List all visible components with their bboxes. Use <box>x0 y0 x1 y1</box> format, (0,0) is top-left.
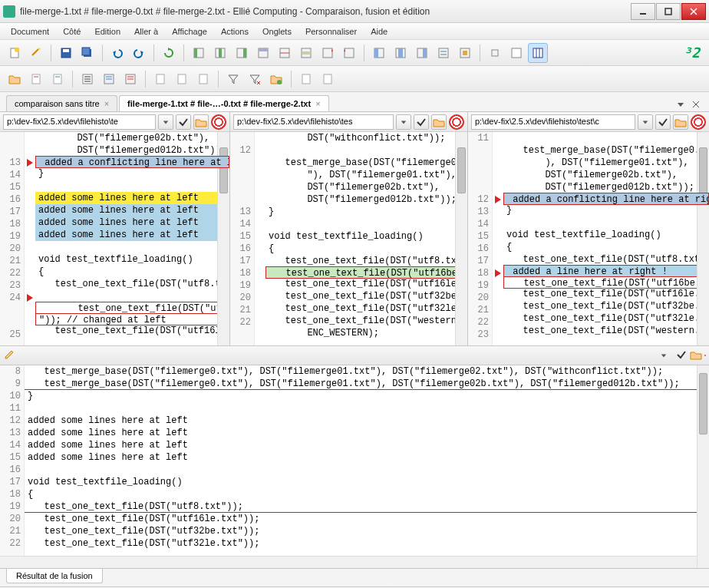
col-g-button[interactable] <box>318 43 338 63</box>
svg-rect-27 <box>323 48 332 58</box>
toolbar-main: ³2 <box>0 40 709 66</box>
pane-path-input[interactable]: p:\dev-fix\2.5.x\dev\filehisto\tes <box>233 114 394 130</box>
doc-tab-0[interactable]: comparaison sans titre× <box>6 95 117 111</box>
merge-open-icon[interactable] <box>690 349 702 362</box>
pane-open-icon[interactable] <box>673 114 688 130</box>
merge-dropdown-icon[interactable] <box>661 351 673 360</box>
col-f-button[interactable] <box>296 43 316 63</box>
svg-rect-36 <box>423 48 427 58</box>
menu-aide[interactable]: Aide <box>364 25 394 38</box>
col-b-button[interactable] <box>210 43 230 63</box>
pane-path-dropdown-icon[interactable] <box>396 114 411 130</box>
pane-check-icon[interactable] <box>414 114 429 130</box>
pane-code[interactable]: 11121314151617181920212223 test_merge_ba… <box>468 132 709 345</box>
pane-1: p:\dev-fix\2.5.x\dev\filehisto\te1314151… <box>0 112 230 345</box>
wizard-button[interactable] <box>26 43 46 63</box>
redo-button[interactable] <box>129 43 149 63</box>
tab-close-icon[interactable]: × <box>315 99 320 108</box>
doc-e-icon[interactable] <box>193 69 213 89</box>
pane-x-button[interactable] <box>455 43 475 63</box>
tab-close-icon[interactable]: × <box>104 99 109 108</box>
brand-number: ³2 <box>678 45 704 61</box>
col-h-button[interactable] <box>339 43 359 63</box>
svg-marker-69 <box>678 103 684 107</box>
menu-actions[interactable]: Actions <box>215 25 255 38</box>
pane-path-dropdown-icon[interactable] <box>638 114 653 130</box>
merged-result[interactable]: 8910111213141516171819202122 test_merge_… <box>0 365 709 568</box>
col-a-button[interactable] <box>189 43 209 63</box>
doc-a-icon[interactable] <box>26 69 46 89</box>
save-button[interactable] <box>56 43 76 63</box>
doc-b-icon[interactable] <box>48 69 68 89</box>
tabs-dropdown-icon[interactable] <box>674 97 688 111</box>
view-small-button[interactable] <box>485 43 505 63</box>
pane-code[interactable]: 1213141516171819202122 DST("withconflict… <box>230 132 467 345</box>
pane-code[interactable]: 13141516171819202122232425 DST("filemerg… <box>0 132 229 345</box>
svg-marker-78 <box>643 121 648 124</box>
doc-f-icon[interactable] <box>296 69 316 89</box>
list-a-icon[interactable] <box>77 69 97 89</box>
document-tabs: comparaison sans titre×file-merge-1.txt … <box>0 92 709 112</box>
result-tab[interactable]: Résultat de la fusion <box>6 569 103 583</box>
pane-left-button[interactable] <box>369 43 389 63</box>
svg-marker-75 <box>401 121 406 124</box>
pane-open-icon[interactable] <box>193 114 209 130</box>
pane-vscroll[interactable] <box>455 132 467 345</box>
new-button[interactable] <box>5 43 25 63</box>
pane-target-icon[interactable] <box>691 114 706 130</box>
menu-aller-à[interactable]: Aller à <box>128 25 164 38</box>
pane-target-icon[interactable] <box>449 114 464 130</box>
col-e-button[interactable] <box>275 43 295 63</box>
undo-button[interactable] <box>107 43 127 63</box>
pane-check-icon[interactable] <box>655 114 671 130</box>
merge-check-icon[interactable] <box>675 349 688 362</box>
menu-côté[interactable]: Côté <box>57 25 87 38</box>
list-b-icon[interactable] <box>99 69 119 89</box>
svg-rect-11 <box>82 48 90 55</box>
pane-open-icon[interactable] <box>431 114 447 130</box>
close-button[interactable] <box>681 3 706 20</box>
minimize-button[interactable] <box>631 3 655 20</box>
menu-document[interactable]: Document <box>5 25 55 38</box>
menu-affichage[interactable]: Affichage <box>166 25 213 38</box>
menu-onglets[interactable]: Onglets <box>256 25 298 38</box>
svg-rect-16 <box>194 48 197 58</box>
list-c-icon[interactable] <box>120 69 140 89</box>
pane-path-dropdown-icon[interactable] <box>158 114 173 130</box>
maximize-button[interactable] <box>656 3 681 20</box>
doc-tab-1[interactable]: file-merge-1.txt # file-…-0.txt # file-m… <box>119 95 328 111</box>
filter-clear-icon[interactable] <box>245 69 265 89</box>
merged-hscroll[interactable] <box>0 556 697 568</box>
menu-personnaliser[interactable]: Personnaliser <box>299 25 363 38</box>
svg-rect-18 <box>219 48 222 58</box>
col-d-button[interactable] <box>253 43 273 63</box>
tabs-close-icon[interactable] <box>689 97 703 111</box>
merge-edit-icon[interactable] <box>3 349 15 362</box>
view-single-button[interactable] <box>506 43 526 63</box>
pane-vscroll[interactable] <box>697 132 709 345</box>
save-all-button[interactable] <box>77 43 97 63</box>
pane-mid-button[interactable] <box>391 43 411 63</box>
menu-edition[interactable]: Edition <box>88 25 127 38</box>
doc-g-icon[interactable] <box>318 69 338 89</box>
folder-open-icon[interactable] <box>5 69 25 89</box>
svg-rect-59 <box>157 74 164 84</box>
doc-c-icon[interactable] <box>150 69 170 89</box>
pane-right-button[interactable] <box>412 43 432 63</box>
doc-d-icon[interactable] <box>172 69 192 89</box>
svg-rect-22 <box>259 48 268 51</box>
pane-check-icon[interactable] <box>176 114 191 130</box>
merged-vscroll[interactable] <box>697 365 709 568</box>
filter-icon[interactable] <box>223 69 243 89</box>
svg-point-5 <box>15 48 19 52</box>
pane-swap-button[interactable] <box>434 43 453 63</box>
refresh-button[interactable] <box>159 43 179 63</box>
pane-target-icon[interactable] <box>211 114 226 130</box>
view-split-button[interactable] <box>528 43 548 63</box>
svg-rect-34 <box>398 48 403 58</box>
pane-path-input[interactable]: p:\dev-fix\2.5.x\dev\filehisto\test\c <box>471 114 635 130</box>
pane-path-input[interactable]: p:\dev-fix\2.5.x\dev\filehisto\te <box>3 114 156 130</box>
merge-target-icon[interactable] <box>704 355 706 356</box>
folder-browse-icon[interactable] <box>266 69 286 89</box>
col-c-button[interactable] <box>232 43 252 63</box>
